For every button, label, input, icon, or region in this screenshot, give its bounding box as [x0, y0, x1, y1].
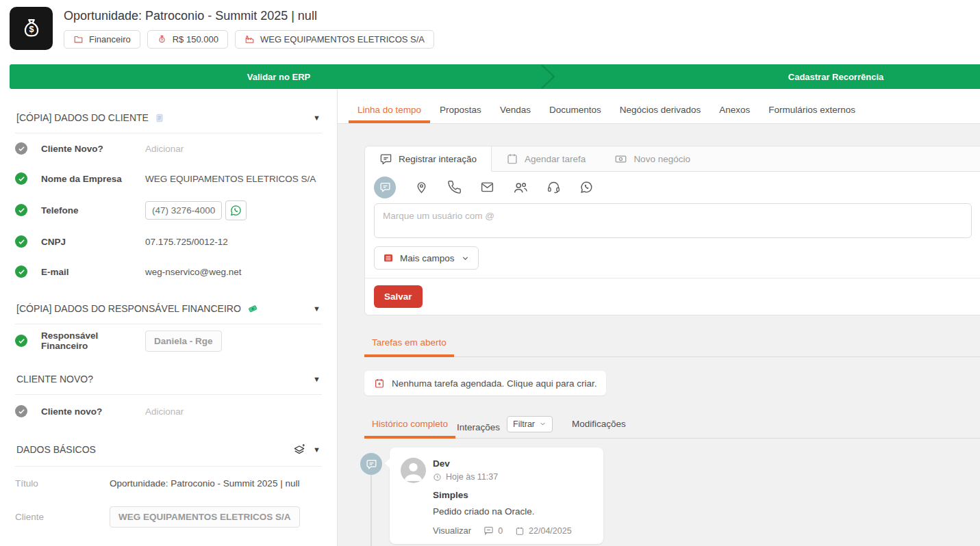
- people-group-icon: [513, 180, 528, 195]
- location-pin-icon: [414, 180, 429, 194]
- field-add-link[interactable]: Adicionar: [145, 406, 322, 417]
- factory-icon: [244, 34, 255, 44]
- timeline-card[interactable]: Dev Hoje às 11:37: [390, 447, 603, 544]
- section-client-data[interactable]: [CÓPIA] DADOS DO CLIENTE ▼: [15, 107, 322, 133]
- tab-agendar-tarefa[interactable]: Agendar tarefa: [492, 146, 600, 171]
- interaction-type-meeting[interactable]: [513, 180, 528, 195]
- layers-plus-icon[interactable]: [292, 443, 306, 456]
- field-value[interactable]: WEG EQUIPAMENTOS ELETRICOS S/A: [145, 174, 322, 184]
- status-done-icon: [15, 265, 27, 278]
- svg-text:$: $: [29, 25, 34, 34]
- section-client-title: [CÓPIA] DADOS DO CLIENTE: [16, 112, 149, 123]
- save-button[interactable]: Salvar: [374, 285, 423, 308]
- composer-tabs: Registrar interação Agendar tarefa: [365, 146, 980, 172]
- record-fields-sidebar: [CÓPIA] DADOS DO CLIENTE ▼ Cliente Novo?…: [0, 89, 338, 546]
- tab-vendas[interactable]: Vendas: [500, 96, 531, 123]
- open-tasks-bar: Tarefas em aberto: [364, 331, 980, 357]
- field-row: Cliente novo? Adicionar: [15, 395, 322, 428]
- status-done-icon: [15, 204, 27, 216]
- entry-title: Simples: [433, 490, 592, 500]
- section-new-client[interactable]: CLIENTE NOVO? ▼: [15, 368, 322, 395]
- comment-count: 0: [498, 526, 503, 536]
- more-fields-button[interactable]: Mais campos: [374, 246, 479, 270]
- document-icon: [155, 113, 164, 123]
- section-new-client-title: CLIENTE NOVO?: [16, 374, 93, 385]
- validate-erp-button[interactable]: Validar no ERP: [10, 64, 548, 89]
- company-badge[interactable]: WEG EQUIPAMENTOS ELETRICOS S/A: [235, 30, 434, 49]
- collapse-caret-icon[interactable]: ▼: [313, 446, 321, 454]
- chat-bubble-icon: [379, 181, 391, 193]
- phone-chip[interactable]: (47) 3276-4000: [145, 201, 222, 220]
- section-financial-manager[interactable]: [CÓPIA] DADOS DO RESPONSÁVEL FINANCEIRO …: [15, 298, 322, 324]
- tab-historico-completo[interactable]: Histórico completo: [364, 413, 455, 438]
- tab-anexos[interactable]: Anexos: [719, 96, 750, 123]
- header-badges: Financeiro $ R$ 150.000: [64, 30, 434, 49]
- collapse-caret-icon[interactable]: ▼: [313, 114, 321, 122]
- clock-icon: [433, 473, 442, 482]
- field-value[interactable]: 07.175.725/0012-12: [145, 237, 322, 247]
- tab-negocios-derivados[interactable]: Negócios derivados: [620, 96, 701, 123]
- tab-label: Agendar tarefa: [525, 154, 586, 164]
- status-done-icon: [15, 335, 27, 347]
- entry-body: Pedido criado na Oracle.: [433, 506, 592, 517]
- tab-registrar-interacao[interactable]: Registrar interação: [365, 146, 492, 172]
- folder-icon: [73, 34, 84, 44]
- client-chip[interactable]: WEG EQUIPAMENTOS ELETRICOS S/A: [110, 506, 300, 528]
- collapse-caret-icon[interactable]: ▼: [313, 305, 321, 313]
- timeline-entry: Dev Hoje às 11:37: [364, 447, 980, 544]
- whatsapp-button[interactable]: [225, 200, 247, 220]
- calendar-icon: [506, 153, 518, 165]
- interaction-type-email[interactable]: [480, 180, 494, 194]
- tab-propostas[interactable]: Propostas: [440, 96, 481, 123]
- register-recurrence-button[interactable]: Cadastrar Recorrência: [548, 64, 980, 89]
- timeline-node-chat-icon: [360, 453, 382, 475]
- entry-time: Hoje às 11:37: [446, 472, 498, 482]
- interaction-type-call[interactable]: [447, 180, 462, 194]
- field-row: Nome da Empresa WEG EQUIPAMENTOS ELETRIC…: [15, 164, 322, 194]
- field-label: Nome da Empresa: [41, 174, 145, 184]
- empty-task-message: Nenhuma tarefa agendada. Clique aqui par…: [392, 378, 596, 389]
- list-icon: [383, 252, 394, 263]
- interaction-type-whatsapp[interactable]: [579, 180, 594, 194]
- interaction-type-chat[interactable]: [374, 177, 396, 198]
- field-row: CNPJ 07.175.725/0012-12: [15, 226, 322, 257]
- section-basic-data[interactable]: DADOS BÁSICOS ▼: [15, 437, 322, 467]
- tab-linha-do-tempo[interactable]: Linha do tempo: [357, 96, 421, 123]
- interaction-type-row: [365, 172, 980, 203]
- field-value[interactable]: Oportunidade: Patroconio - Summit 2025 |…: [110, 478, 322, 489]
- empty-task-card[interactable]: Nenhuma tarefa agendada. Clique aqui par…: [364, 371, 606, 395]
- field-label: E-mail: [41, 267, 145, 277]
- status-empty-icon: [15, 405, 27, 417]
- interaction-text-input[interactable]: [374, 203, 972, 238]
- tab-formularios-externos[interactable]: Formulários externos: [768, 96, 855, 123]
- headset-icon: [546, 180, 561, 194]
- collapse-caret-icon[interactable]: ▼: [313, 376, 321, 383]
- banknote-icon: [614, 153, 627, 166]
- filter-dropdown[interactable]: Filtrar: [507, 416, 553, 432]
- entry-author: Dev: [433, 458, 498, 469]
- view-link[interactable]: Visualizar: [433, 525, 471, 536]
- interaction-composer: Registrar interação Agendar tarefa: [364, 146, 980, 315]
- field-add-link[interactable]: Adicionar: [145, 144, 322, 154]
- person-chip[interactable]: Daniela - Rge: [145, 330, 222, 352]
- tab-interacoes[interactable]: Interações: [455, 416, 501, 432]
- comment-icon: [483, 525, 494, 536]
- tab-documentos[interactable]: Documentos: [549, 96, 601, 123]
- page-header: $ Oportunidade: Patroconio - Summit 2025…: [0, 0, 980, 64]
- company-badge-label: WEG EQUIPAMENTOS ELETRICOS S/A: [260, 34, 425, 44]
- pipeline-badge[interactable]: Financeiro: [64, 30, 140, 49]
- validate-erp-label: Validar no ERP: [247, 72, 310, 82]
- field-label: Telefone: [41, 205, 145, 216]
- tab-modificacoes[interactable]: Modificações: [570, 413, 627, 438]
- section-basic-title: DADOS BÁSICOS: [16, 444, 96, 455]
- interaction-type-visit[interactable]: [414, 180, 429, 194]
- tab-tarefas-em-aberto[interactable]: Tarefas em aberto: [364, 331, 454, 356]
- whatsapp-icon: [579, 180, 594, 194]
- interaction-type-support[interactable]: [546, 180, 561, 194]
- field-label: Cliente: [15, 512, 110, 522]
- status-done-icon: [15, 235, 27, 248]
- amount-badge[interactable]: $ R$ 150.000: [147, 30, 228, 49]
- chevron-down-icon: [539, 420, 546, 428]
- tab-novo-negocio[interactable]: Novo negócio: [600, 146, 705, 171]
- field-value[interactable]: weg-nservico@weg.net: [145, 267, 322, 277]
